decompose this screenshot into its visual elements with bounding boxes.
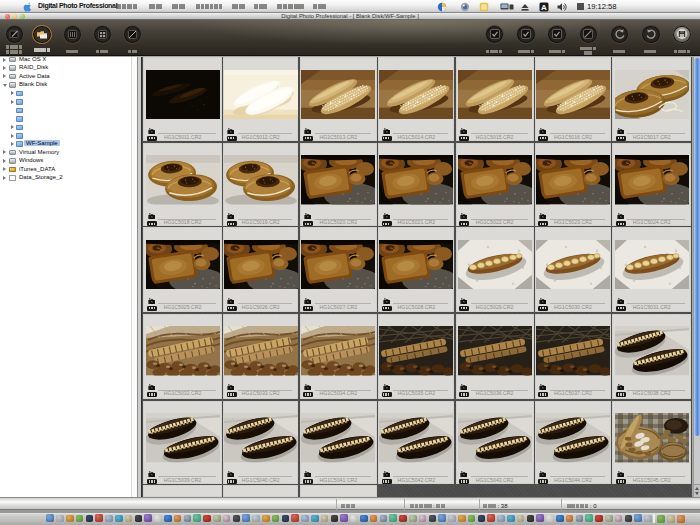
svg-text:A: A bbox=[541, 2, 547, 11]
